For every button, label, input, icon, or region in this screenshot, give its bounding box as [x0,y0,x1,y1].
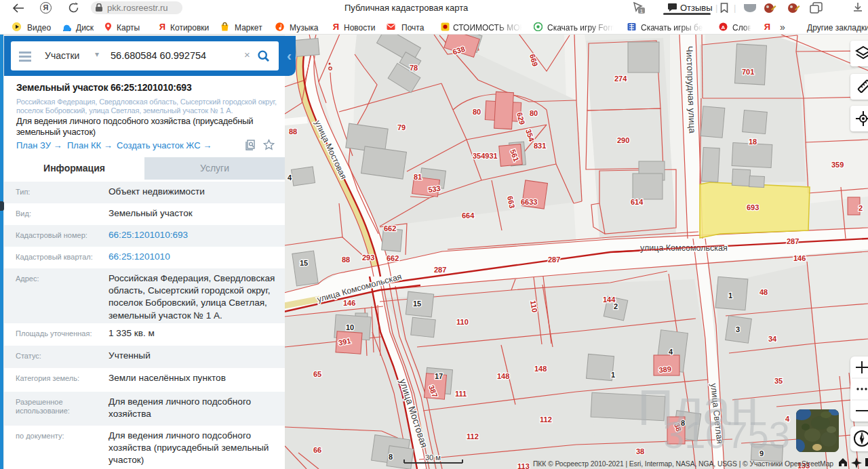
svg-text:148: 148 [534,365,547,373]
svg-text:614: 614 [631,198,644,206]
svg-text:ПКК © Росреестр 2010-2021 | Es: ПКК © Росреестр 2010-2021 | Esri, Interm… [533,460,833,468]
svg-text:146: 146 [793,254,806,262]
svg-text:18: 18 [749,138,757,146]
svg-text:664: 664 [462,211,475,220]
svg-text:287: 287 [548,256,560,264]
svg-text:15: 15 [300,259,308,267]
svg-text:8: 8 [389,453,393,461]
svg-text:287: 287 [787,237,799,245]
svg-text:3: 3 [736,325,740,333]
svg-text:Я: Я [333,22,339,31]
svg-text:65: 65 [313,370,321,378]
svg-text:Я: Я [764,22,770,31]
svg-text:Я: Я [159,22,165,31]
svg-text:293: 293 [362,253,374,262]
svg-text:110: 110 [456,318,469,326]
svg-text:79: 79 [397,123,406,131]
svg-text:66: 66 [313,446,321,454]
svg-text:15: 15 [413,300,421,308]
svg-text:34: 34 [768,335,777,343]
svg-text:4: 4 [669,348,673,356]
svg-text:2: 2 [614,302,618,310]
svg-text:359: 359 [831,161,844,169]
svg-text:662: 662 [384,224,396,232]
svg-text:1: 1 [611,371,615,379]
svg-text:274: 274 [614,75,627,83]
svg-text:290: 290 [617,136,629,144]
svg-text:111: 111 [455,390,467,398]
svg-text:88: 88 [342,256,350,264]
svg-text:389: 389 [658,365,672,374]
svg-text:701: 701 [742,68,754,76]
svg-text:354931: 354931 [473,152,498,160]
svg-text:310753: 310753 [663,413,790,456]
svg-text:10: 10 [346,323,354,331]
svg-text:4: 4 [288,174,292,182]
svg-text:533: 533 [428,184,441,194]
svg-text:17: 17 [435,372,443,380]
svg-text:48: 48 [760,288,768,296]
svg-text:35: 35 [774,377,783,385]
svg-text:80: 80 [530,109,538,117]
svg-text:78: 78 [410,64,418,72]
svg-text:38: 38 [636,447,644,455]
svg-text:112: 112 [540,415,552,424]
svg-text:1: 1 [640,8,644,14]
svg-text:2: 2 [859,204,863,212]
svg-text:1: 1 [728,291,732,300]
svg-text:287: 287 [434,266,446,274]
svg-text:81: 81 [414,173,422,181]
svg-text:A: A [722,24,726,30]
svg-text:30 м: 30 м [425,453,441,462]
svg-text:831: 831 [534,142,546,150]
svg-text:146: 146 [343,299,355,307]
svg-text:88: 88 [289,127,297,136]
svg-text:112: 112 [467,432,479,441]
svg-text:113: 113 [517,462,530,469]
svg-text:80: 80 [473,108,481,116]
svg-text:662: 662 [387,254,399,262]
svg-text:6633: 6633 [521,198,537,206]
svg-text:693: 693 [747,203,759,211]
svg-text:148: 148 [497,372,509,380]
